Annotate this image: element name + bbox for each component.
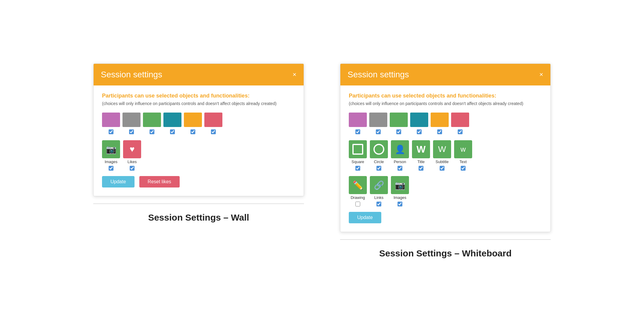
wb-color-check-6[interactable] [451,129,469,134]
wall-color-check-4[interactable] [163,129,181,134]
camera2-icon: 📷 [395,180,405,190]
color-swatch-pink [204,113,222,127]
wb-color-swatch-item-3 [390,113,408,127]
wb-color-check-2[interactable] [369,129,387,134]
wall-likes-checkbox[interactable] [130,166,135,171]
wall-reset-button[interactable]: Reset likes [139,176,180,187]
wall-color-check-1[interactable] [102,129,120,134]
wall-images-checkbox[interactable] [109,166,113,171]
wb-title-label: Title [417,159,425,164]
wall-dialog-title: Session settings [101,70,162,79]
wall-color-check-5[interactable] [184,129,202,134]
pencil-icon: ✏️ [353,180,363,190]
page-container: Session settings × Participants can use … [0,45,644,277]
wb-title-item: W Title [412,140,430,164]
wb-drawing-item: ✏️ Drawing [349,176,367,200]
color-swatch-item-5 [184,113,202,127]
wb-color-check-4[interactable] [410,129,428,134]
color-swatch-purple [102,113,120,127]
whiteboard-dialog: Session settings × Participants can use … [340,63,551,232]
color-swatch-item-3 [143,113,161,127]
wb-square-checkbox[interactable] [355,166,360,171]
wall-color-checkbox-purple[interactable] [109,129,113,134]
whiteboard-color-row [349,113,542,127]
wb-circle-check[interactable] [370,166,388,171]
whiteboard-close-icon[interactable]: × [539,71,543,78]
whiteboard-buttons-row: Update [349,212,542,223]
wb-images-icon: 📷 [391,176,409,194]
color-swatch-green [143,113,161,127]
wall-likes-item: ♥ Likes [123,140,141,164]
color-swatch-item-4 [163,113,181,127]
wb-images-label: Images [394,195,407,200]
wb-title-checkbox[interactable] [419,166,423,171]
wb-circle-checkbox[interactable] [376,166,381,171]
wall-dialog: Session settings × Participants can use … [93,63,304,197]
wb-subtitle-icon: W [433,140,451,158]
wall-color-checkbox-teal[interactable] [170,129,175,134]
wb-links-icon: 🔗 [370,176,388,194]
wall-color-checkbox-gray[interactable] [129,129,134,134]
camera-icon: 📷 [106,144,116,154]
wall-color-checkbox-green[interactable] [150,129,154,134]
wb-color-swatch-item-6 [451,113,469,127]
wall-participants-label: Participants can use selected objects an… [102,93,295,99]
wb-subtitle-check[interactable] [433,166,451,171]
wall-color-check-3[interactable] [143,129,161,134]
wall-images-check[interactable] [102,166,120,171]
wall-close-icon[interactable]: × [293,71,296,78]
wb-color-check-5[interactable] [431,129,449,134]
wb-color-checkbox-pink[interactable] [458,129,463,134]
wb-person-item: 👤 Person [391,140,409,164]
wb-circle-label: Circle [374,159,384,164]
whiteboard-dialog-title: Session settings [348,70,409,79]
wall-images-icon: 📷 [102,140,120,158]
wb-images-item: 📷 Images [391,176,409,200]
wb-color-swatch-pink [451,113,469,127]
wall-buttons-row: Update Reset likes [102,176,295,187]
wb-text-icon: w [454,140,472,158]
wall-color-checkbox-orange[interactable] [190,129,195,134]
wall-panel: Session settings × Participants can use … [93,63,304,223]
wall-color-check-2[interactable] [122,129,141,134]
wb-color-checkbox-teal[interactable] [417,129,422,134]
wall-update-button[interactable]: Update [102,176,135,187]
wb-square-check[interactable] [349,166,367,171]
whiteboard-update-button[interactable]: Update [349,212,381,223]
wall-color-checkbox-pink[interactable] [211,129,216,134]
whiteboard-tool-icon-row: ✏️ Drawing 🔗 Links 📷 Imag [349,176,542,200]
wall-likes-check[interactable] [123,166,141,171]
wall-dialog-body: Participants can use selected objects an… [94,85,304,196]
wall-icon-row: 📷 Images ♥ Likes [102,140,295,164]
wb-color-swatch-item-1 [349,113,367,127]
wall-color-check-6[interactable] [204,129,222,134]
wb-person-checkbox[interactable] [398,166,402,171]
wb-color-checkbox-orange[interactable] [437,129,442,134]
wb-color-check-1[interactable] [349,129,367,134]
wb-links-check[interactable] [370,202,388,206]
wb-subtitle-checkbox[interactable] [440,166,444,171]
wb-person-check[interactable] [391,166,409,171]
wall-images-label: Images [105,159,118,164]
wb-drawing-check[interactable] [349,202,367,206]
wb-drawing-checkbox[interactable] [355,202,360,206]
wb-text-checkbox[interactable] [461,166,466,171]
wb-links-checkbox[interactable] [376,202,381,206]
wb-color-checkbox-green[interactable] [396,129,401,134]
wb-images-check[interactable] [391,202,409,206]
wb-images-checkbox[interactable] [398,202,402,206]
wb-circle-icon [370,140,388,158]
color-swatch-teal [163,113,181,127]
wb-color-swatch-orange [431,113,449,127]
wb-title-check[interactable] [412,166,430,171]
wb-color-check-3[interactable] [390,129,408,134]
heart-icon: ♥ [130,144,135,154]
wb-color-checkbox-gray[interactable] [376,129,381,134]
wb-color-checkbox-purple[interactable] [355,129,360,134]
whiteboard-participants-label: Participants can use selected objects an… [349,93,542,99]
wb-color-swatch-green [390,113,408,127]
whiteboard-dialog-body: Participants can use selected objects an… [340,85,550,232]
wb-text-check[interactable] [454,166,472,171]
whiteboard-divider [340,239,551,240]
wall-color-checkboxes [102,129,295,134]
